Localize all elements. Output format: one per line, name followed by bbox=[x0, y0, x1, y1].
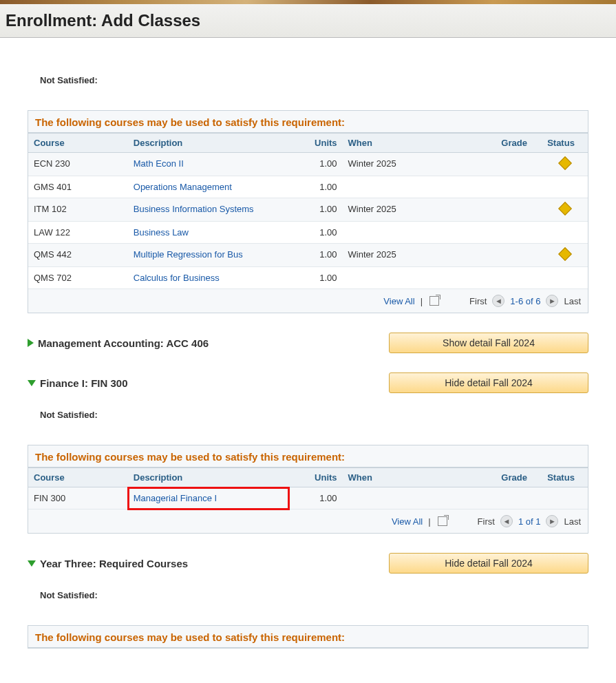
pager-last[interactable]: Last bbox=[564, 296, 581, 306]
section-label[interactable]: Finance I: FIN 300 bbox=[40, 377, 128, 389]
course-grade bbox=[496, 153, 542, 176]
pager-first[interactable]: First bbox=[469, 296, 487, 306]
table-row: QMS 442Multiple Regression for Bus1.00Wi… bbox=[28, 244, 588, 267]
popout-icon[interactable] bbox=[438, 516, 447, 526]
course-description-link[interactable]: Calculus for Business bbox=[134, 273, 220, 283]
course-when bbox=[343, 487, 496, 509]
requirement-panel: The following courses may be used to sat… bbox=[28, 445, 588, 534]
course-code: LAW 122 bbox=[28, 222, 128, 244]
toggle-detail-button[interactable]: Hide detail Fall 2024 bbox=[389, 372, 588, 393]
section-toggle-row: Finance I: FIN 300Hide detail Fall 2024 bbox=[28, 372, 588, 393]
toggle-detail-button[interactable]: Hide detail Fall 2024 bbox=[389, 553, 588, 574]
table-row: ECN 230Math Econ II1.00Winter 2025 bbox=[28, 153, 588, 176]
course-code: FIN 300 bbox=[28, 487, 128, 509]
toggle-detail-button[interactable]: Show detail Fall 2024 bbox=[389, 333, 588, 353]
pager-range: 1 of 1 bbox=[518, 516, 541, 527]
section-toggle-row: Year Three: Required CoursesHide detail … bbox=[28, 553, 588, 574]
course-units: 1.00 bbox=[289, 244, 343, 267]
course-description-link[interactable]: Math Econ II bbox=[134, 158, 184, 169]
table-row: ITM 102Business Information Systems1.00W… bbox=[28, 198, 588, 222]
not-satisfied-label: Not Satisfied: bbox=[40, 410, 588, 420]
view-all-link[interactable]: View All bbox=[392, 516, 423, 527]
pager-bar: View All | First◄1-6 of 6►Last bbox=[28, 289, 588, 313]
course-grade bbox=[496, 487, 542, 509]
status-in-progress-icon bbox=[558, 247, 572, 261]
course-status bbox=[542, 153, 588, 176]
course-status bbox=[542, 267, 588, 289]
course-units: 1.00 bbox=[289, 176, 343, 198]
course-status bbox=[542, 176, 588, 198]
col-status: Status bbox=[542, 134, 588, 153]
pager-first[interactable]: First bbox=[478, 516, 495, 527]
col-grade: Grade bbox=[496, 134, 542, 153]
course-description-link[interactable]: Business Law bbox=[134, 227, 189, 238]
col-description: Description bbox=[128, 134, 289, 153]
course-description-link[interactable]: Managerial Finance I bbox=[134, 493, 217, 503]
chevron-down-icon[interactable] bbox=[28, 560, 36, 567]
popout-icon[interactable] bbox=[429, 296, 439, 306]
course-code: ITM 102 bbox=[28, 198, 128, 222]
course-table: CourseDescriptionUnitsWhenGradeStatusECN… bbox=[28, 133, 588, 289]
course-status bbox=[542, 487, 588, 509]
requirement-panel: The following courses may be used to sat… bbox=[28, 110, 588, 313]
status-in-progress-icon bbox=[558, 156, 572, 170]
col-when: When bbox=[343, 468, 496, 487]
course-status bbox=[542, 244, 588, 267]
pager-next-icon[interactable]: ► bbox=[546, 515, 558, 527]
course-units: 1.00 bbox=[289, 153, 343, 176]
course-code: QMS 702 bbox=[28, 267, 128, 289]
status-in-progress-icon bbox=[558, 202, 572, 216]
section-toggle-row: Management Accounting: ACC 406Show detai… bbox=[28, 333, 588, 353]
pager-range: 1-6 of 6 bbox=[510, 296, 540, 306]
course-grade bbox=[496, 176, 542, 198]
course-description-link[interactable]: Business Information Systems bbox=[134, 204, 254, 214]
course-grade bbox=[496, 244, 542, 267]
not-satisfied-label: Not Satisfied: bbox=[40, 75, 588, 85]
course-code: ECN 230 bbox=[28, 153, 128, 176]
course-grade bbox=[496, 222, 542, 244]
pager-bar: View All | First◄1 of 1►Last bbox=[28, 509, 588, 533]
course-description-link[interactable]: Operations Management bbox=[134, 182, 232, 192]
view-all-link[interactable]: View All bbox=[383, 296, 414, 306]
course-code: GMS 401 bbox=[28, 176, 128, 198]
course-when: Winter 2025 bbox=[343, 244, 496, 267]
course-units: 1.00 bbox=[289, 198, 343, 222]
requirement-panel-header: The following courses may be used to sat… bbox=[28, 626, 588, 648]
table-row: GMS 401Operations Management1.00 bbox=[28, 176, 588, 198]
table-row: QMS 702Calculus for Business1.00 bbox=[28, 267, 588, 289]
section-label[interactable]: Management Accounting: ACC 406 bbox=[38, 337, 209, 349]
col-grade: Grade bbox=[496, 468, 542, 487]
course-when bbox=[343, 222, 496, 244]
pager-next-icon[interactable]: ► bbox=[546, 295, 558, 307]
pager-prev-icon[interactable]: ◄ bbox=[500, 515, 513, 527]
course-status bbox=[542, 198, 588, 222]
course-grade bbox=[496, 267, 542, 289]
chevron-right-icon[interactable] bbox=[28, 339, 34, 347]
page-title: Enrollment: Add Classes bbox=[6, 11, 610, 30]
course-when: Winter 2025 bbox=[343, 153, 496, 176]
requirement-panel: The following courses may be used to sat… bbox=[28, 625, 588, 649]
col-description: Description bbox=[128, 468, 289, 487]
table-row: FIN 300Managerial Finance I1.00 bbox=[28, 487, 588, 509]
col-units: Units bbox=[289, 468, 343, 487]
not-satisfied-label: Not Satisfied: bbox=[40, 590, 588, 600]
course-units: 1.00 bbox=[289, 267, 343, 289]
table-row: LAW 122Business Law1.00 bbox=[28, 222, 588, 244]
pager-last[interactable]: Last bbox=[564, 516, 581, 527]
course-description-link[interactable]: Multiple Regression for Bus bbox=[134, 249, 243, 260]
col-status: Status bbox=[542, 468, 588, 487]
course-units: 1.00 bbox=[289, 222, 343, 244]
section-toggle-row: X bbox=[28, 38, 588, 59]
section-label[interactable]: Year Three: Required Courses bbox=[40, 558, 188, 569]
requirement-panel-header: The following courses may be used to sat… bbox=[28, 111, 588, 133]
chevron-down-icon[interactable] bbox=[28, 380, 36, 386]
course-units: 1.00 bbox=[289, 487, 343, 509]
col-units: Units bbox=[289, 134, 343, 153]
course-when bbox=[343, 267, 496, 289]
col-course: Course bbox=[28, 134, 128, 153]
course-when: Winter 2025 bbox=[343, 198, 496, 222]
pager-prev-icon[interactable]: ◄ bbox=[492, 295, 505, 307]
col-when: When bbox=[343, 134, 496, 153]
requirement-panel-header: The following courses may be used to sat… bbox=[28, 445, 588, 467]
course-status bbox=[542, 222, 588, 244]
